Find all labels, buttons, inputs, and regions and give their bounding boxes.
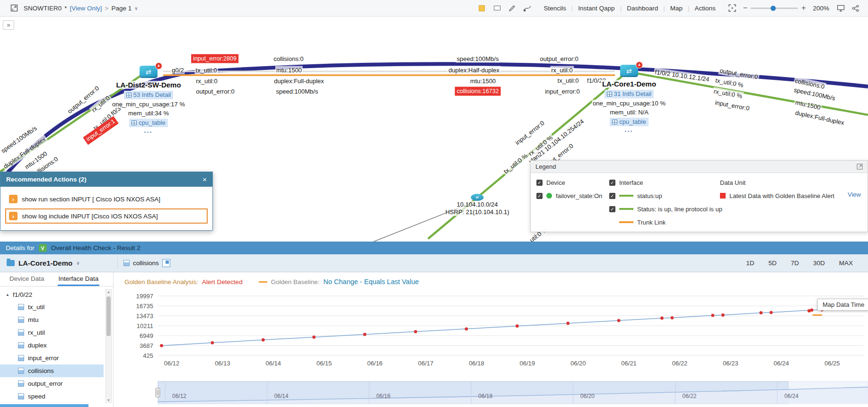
- zoom-slider[interactable]: [751, 8, 798, 9]
- zoom-slider-knob[interactable]: [771, 6, 776, 11]
- share-icon[interactable]: [851, 3, 860, 13]
- monitor-icon[interactable]: [836, 3, 845, 13]
- scroll-down-icon[interactable]: [106, 398, 111, 402]
- page-selector[interactable]: Page 1: [111, 5, 132, 12]
- golden-baseline-label: Golden Baseline:: [271, 278, 320, 286]
- map-device[interactable]: LA-Dist2-SW-Demo53 Intfs Detailone_min_c…: [111, 66, 186, 136]
- map-device[interactable]: LA-Core1-Demo31 Intfs Detailone_min_cpu_…: [592, 65, 666, 135]
- svg-text:06/20: 06/20: [580, 393, 595, 399]
- legend-row: Status: is up, line protocol is up: [609, 204, 722, 214]
- curve-tool-icon[interactable]: [523, 3, 532, 13]
- tree-item-tx_util[interactable]: tx_util: [0, 301, 104, 313]
- tree-item-speed[interactable]: speed: [0, 390, 104, 403]
- tree-item-mtu[interactable]: mtu: [0, 313, 104, 326]
- svg-text:06/24: 06/24: [774, 360, 789, 367]
- more-button[interactable]: •••: [143, 129, 154, 136]
- svg-text:06/16: 06/16: [376, 393, 390, 399]
- recommended-actions-body: show run section INPUT [ Cisco IOS NXOS …: [0, 187, 212, 230]
- more-button[interactable]: •••: [624, 128, 634, 135]
- checkbox-status-up[interactable]: [609, 193, 615, 199]
- selected-device-name: LA-Core1-Demo: [18, 259, 72, 267]
- close-icon[interactable]: ×: [202, 175, 207, 183]
- range-max[interactable]: MAX: [839, 260, 853, 267]
- metric-icon: [18, 304, 24, 310]
- menu-map[interactable]: Map: [665, 5, 688, 12]
- svg-text:06/18: 06/18: [469, 360, 484, 367]
- tree-item-collisions[interactable]: collisions: [0, 364, 104, 377]
- recommended-action[interactable]: show run section INPUT [ Cisco IOS NXOS …: [5, 191, 208, 207]
- tree-parent-f1-0-22[interactable]: f1/0/22: [0, 288, 113, 301]
- toolbar-menu: Stencils|Instant Qapp|Dashboard|Map|Acti…: [539, 5, 721, 12]
- recommended-actions-header: Recommended Actions (2) ×: [0, 172, 212, 187]
- scroll-up-icon[interactable]: [106, 290, 111, 294]
- legend-interface-header-row: Interface: [609, 178, 722, 187]
- zoom-in-button[interactable]: +: [801, 4, 806, 12]
- vertical-scrollbar[interactable]: [105, 289, 112, 403]
- shape-icon[interactable]: [492, 3, 502, 13]
- multilayer-switch-icon[interactable]: [471, 194, 483, 201]
- menu-stencils[interactable]: Stencils: [539, 5, 571, 12]
- map-data-time-box: Map Data Time: [817, 299, 868, 311]
- view-link[interactable]: View: [848, 191, 861, 198]
- tab-device-data[interactable]: Device Data: [9, 272, 45, 286]
- expand-metric-icon[interactable]: [162, 259, 170, 267]
- tree-item-output_error[interactable]: output_error: [0, 377, 104, 390]
- hsrp-node[interactable]: 10.104.10.0/24 HSRP: 21(10.104.10.1): [445, 194, 509, 216]
- checkbox-device[interactable]: [536, 180, 543, 186]
- scrollbar-thumb[interactable]: [106, 296, 111, 336]
- metric-icon: [18, 355, 24, 361]
- menu-dashboard[interactable]: Dashboard: [622, 5, 663, 12]
- alert-badge-icon[interactable]: [155, 62, 162, 69]
- sidebar-expand-button[interactable]: »: [3, 20, 14, 30]
- zoom-out-button[interactable]: −: [743, 4, 747, 12]
- tree-item-rx_util[interactable]: rx_util: [0, 326, 104, 339]
- menu-instant-qapp[interactable]: Instant Qapp: [573, 5, 620, 12]
- legend-label: Status: is up, line protocol is up: [637, 206, 722, 213]
- checkbox-interface[interactable]: [609, 180, 615, 186]
- divider: [117, 258, 118, 269]
- view-only-link[interactable]: [View Only]: [70, 5, 102, 12]
- chevron-down-icon: ∨: [76, 260, 79, 266]
- range-7d[interactable]: 7D: [791, 260, 799, 267]
- green-line-icon: [619, 208, 633, 210]
- menu-actions[interactable]: Actions: [690, 5, 721, 12]
- svg-text:16735: 16735: [136, 303, 153, 310]
- switch-icon[interactable]: [140, 66, 158, 78]
- details-for-label: Details for: [6, 244, 35, 251]
- device-selector[interactable]: LA-Core1-Demo ∨: [7, 259, 112, 267]
- alert-badge-icon[interactable]: [636, 61, 643, 69]
- note-icon[interactable]: [477, 3, 487, 13]
- legend-row: Latest Data with Golden Baseline Alert: [720, 191, 834, 200]
- checkbox-status-protocol[interactable]: [609, 206, 615, 212]
- svg-text:06/14: 06/14: [274, 393, 289, 399]
- mini-chart-handle[interactable]: [156, 388, 160, 397]
- device-details: 53 Intfs Detailone_min_cpu_usage:17 %mem…: [111, 91, 186, 136]
- range-1d[interactable]: 1D: [746, 260, 754, 267]
- legend-label: status:up: [637, 192, 662, 199]
- tree-item-duplex[interactable]: duplex: [0, 339, 104, 352]
- tree-item-input_error[interactable]: input_error: [0, 352, 104, 364]
- checkbox-failover[interactable]: [536, 193, 543, 199]
- range-5d[interactable]: 5D: [768, 260, 776, 267]
- svg-text:06/13: 06/13: [215, 360, 230, 367]
- popout-icon[interactable]: [857, 164, 863, 170]
- map-window-icon[interactable]: [9, 3, 19, 13]
- metric-icon: [18, 329, 24, 336]
- recommended-action[interactable]: show log include INPUT [Cisco IOS NXOS A…: [5, 208, 208, 224]
- horizontal-scrollbar[interactable]: [0, 404, 88, 407]
- collisions-series: [160, 307, 863, 347]
- metric-tab-collisions[interactable]: collisions: [123, 259, 170, 267]
- device-data-link[interactable]: cpu_table: [610, 118, 648, 126]
- pencil-icon[interactable]: [508, 3, 517, 13]
- range-30d[interactable]: 30D: [813, 260, 825, 267]
- zoom-level[interactable]: 200%: [813, 5, 829, 12]
- tab-interface-data[interactable]: Interface Data: [58, 272, 100, 286]
- fit-screen-icon[interactable]: [728, 3, 737, 13]
- device-data-link[interactable]: 53 Intfs Detail: [124, 91, 174, 99]
- chevron-down-icon[interactable]: ∨: [134, 6, 138, 11]
- switch-icon[interactable]: [620, 65, 638, 77]
- device-data-link[interactable]: cpu_table: [129, 119, 167, 127]
- legend-data-unit-header-row: Data Unit: [720, 178, 834, 187]
- device-data-label: one_min_cpu_usage:10 %: [592, 100, 666, 107]
- device-data-link[interactable]: 31 Intfs Detail: [605, 90, 654, 98]
